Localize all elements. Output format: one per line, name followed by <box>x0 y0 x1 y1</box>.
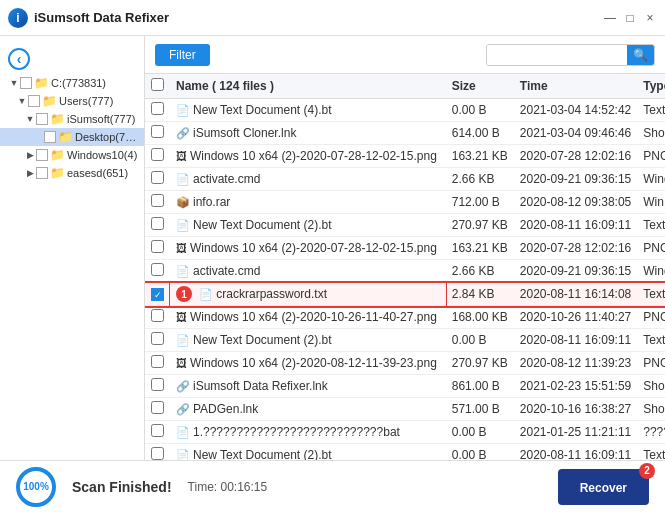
row-checkbox-11[interactable] <box>151 355 164 368</box>
row-check-cell-7[interactable] <box>145 260 170 283</box>
table-row[interactable]: 📄New Text Document (2).bt 0.00 B 2020-08… <box>145 444 665 461</box>
row-size-9: 168.00 KB <box>446 306 514 329</box>
sidebar-item-easesd[interactable]: ▶ 📁 easesd(651) <box>0 164 144 182</box>
table-row[interactable]: 📦info.rar 712.00 B 2020-08-12 09:38:05 W… <box>145 191 665 214</box>
table-row[interactable]: 📄activate.cmd 2.66 KB 2020-09-21 09:36:1… <box>145 260 665 283</box>
app-icon: i <box>8 8 28 28</box>
back-button[interactable]: ‹ <box>0 44 144 74</box>
row-checkbox-14[interactable] <box>151 424 164 437</box>
tree-label-c-drive: C:(773831) <box>51 77 106 89</box>
row-time-0: 2021-03-04 14:52:42 <box>514 99 637 122</box>
recover-button[interactable]: Recover 2 <box>558 469 649 505</box>
table-row[interactable]: 📄New Text Document (2).bt 270.97 KB 2020… <box>145 214 665 237</box>
title-bar: i iSumsoft Data Refixer — □ × <box>0 0 665 36</box>
row-name-15: 📄New Text Document (2).bt <box>170 444 446 461</box>
row-size-0: 0.00 B <box>446 99 514 122</box>
sidebar-item-c-drive[interactable]: ▼ 📁 C:(773831) <box>0 74 144 92</box>
file-icon-0: 📄 <box>176 104 190 116</box>
header-name[interactable]: Name ( 124 files ) <box>170 74 446 99</box>
row-check-cell-13[interactable] <box>145 398 170 421</box>
row-name-12: 🔗iSumsoft Data Refixer.lnk <box>170 375 446 398</box>
tree-toggle-desktop <box>32 131 44 143</box>
row-check-cell-5[interactable] <box>145 214 170 237</box>
row-checkbox-1[interactable] <box>151 125 164 138</box>
app-title: iSumsoft Data Refixer <box>34 10 603 25</box>
sidebar-item-isumsoft[interactable]: ▼ 📁 iSumsoft(777) <box>0 110 144 128</box>
row-check-cell-15[interactable] <box>145 444 170 461</box>
row-check-cell-2[interactable] <box>145 145 170 168</box>
row-check-cell-0[interactable] <box>145 99 170 122</box>
row-checkbox-2[interactable] <box>151 148 164 161</box>
row-check-cell-8[interactable]: ✓ <box>145 283 170 306</box>
row-check-cell-6[interactable] <box>145 237 170 260</box>
sidebar-item-windows10[interactable]: ▶ 📁 Windows10(4) <box>0 146 144 164</box>
table-row[interactable]: 📄New Text Document (4).bt 0.00 B 2021-03… <box>145 99 665 122</box>
row-check-cell-11[interactable] <box>145 352 170 375</box>
tree-toggle-users: ▼ <box>16 95 28 107</box>
row-checkbox-13[interactable] <box>151 401 164 414</box>
row-check-cell-12[interactable] <box>145 375 170 398</box>
back-icon[interactable]: ‹ <box>8 48 30 70</box>
header-size[interactable]: Size <box>446 74 514 99</box>
header-time[interactable]: Time <box>514 74 637 99</box>
header-type[interactable]: Type <box>637 74 665 99</box>
row-checkbox-6[interactable] <box>151 240 164 253</box>
search-input[interactable] <box>487 45 627 65</box>
row-check-cell-4[interactable] <box>145 191 170 214</box>
folder-icon-users: 📁 <box>42 94 57 108</box>
row-checked-icon-8[interactable]: ✓ <box>151 288 164 301</box>
file-icon-3: 📄 <box>176 173 190 185</box>
row-name-2: 🖼Windows 10 x64 (2)-2020-07-28-12-02-15.… <box>170 145 446 168</box>
tree-checkbox-isumsoft[interactable] <box>36 113 48 125</box>
sidebar-item-users[interactable]: ▼ 📁 Users(777) <box>0 92 144 110</box>
row-check-cell-1[interactable] <box>145 122 170 145</box>
select-all-checkbox[interactable] <box>151 78 164 91</box>
tree-checkbox-c-drive[interactable] <box>20 77 32 89</box>
close-button[interactable]: × <box>643 11 657 25</box>
table-row[interactable]: 🔗iSumsoft Cloner.lnk 614.00 B 2021-03-04… <box>145 122 665 145</box>
tree-checkbox-users[interactable] <box>28 95 40 107</box>
table-row[interactable]: 📄1.???????????????????????????bat 0.00 B… <box>145 421 665 444</box>
row-checkbox-9[interactable] <box>151 309 164 322</box>
row-type-12: Shortcut <box>637 375 665 398</box>
row-time-3: 2020-09-21 09:36:15 <box>514 168 637 191</box>
table-row[interactable]: 🔗PADGen.lnk 571.00 B 2020-10-16 16:38:27… <box>145 398 665 421</box>
filter-button[interactable]: Filter <box>155 44 210 66</box>
table-row[interactable]: 🔗iSumsoft Data Refixer.lnk 861.00 B 2021… <box>145 375 665 398</box>
table-row[interactable]: 🖼Windows 10 x64 (2)-2020-07-28-12-02-15.… <box>145 237 665 260</box>
tree-checkbox-easesd[interactable] <box>36 167 48 179</box>
row-checkbox-3[interactable] <box>151 171 164 184</box>
table-row[interactable]: 🖼Windows 10 x64 (2)-2020-07-28-12-02-15.… <box>145 145 665 168</box>
table-row[interactable]: ✓ 1 📄crackrarpassword.txt 2.84 KB 2020-0… <box>145 283 665 306</box>
row-time-6: 2020-07-28 12:02:16 <box>514 237 637 260</box>
tree-checkbox-desktop[interactable] <box>44 131 56 143</box>
row-checkbox-0[interactable] <box>151 102 164 115</box>
table-row[interactable]: 📄activate.cmd 2.66 KB 2020-09-21 09:36:1… <box>145 168 665 191</box>
row-name-0: 📄New Text Document (4).bt <box>170 99 446 122</box>
row-check-cell-9[interactable] <box>145 306 170 329</box>
row-name-5: 📄New Text Document (2).bt <box>170 214 446 237</box>
row-time-8: 2020-08-11 16:14:08 <box>514 283 637 306</box>
row-time-14: 2021-01-25 11:21:11 <box>514 421 637 444</box>
table-row[interactable]: 📄New Text Document (2).bt 0.00 B 2020-08… <box>145 329 665 352</box>
row-checkbox-7[interactable] <box>151 263 164 276</box>
tree-checkbox-windows10[interactable] <box>36 149 48 161</box>
maximize-button[interactable]: □ <box>623 11 637 25</box>
row-size-6: 163.21 KB <box>446 237 514 260</box>
sidebar-item-desktop[interactable]: 📁 Desktop(777) <box>0 128 144 146</box>
row-checkbox-15[interactable] <box>151 447 164 460</box>
row-checkbox-12[interactable] <box>151 378 164 391</box>
row-checkbox-5[interactable] <box>151 217 164 230</box>
search-button[interactable]: 🔍 <box>627 45 654 65</box>
table-row[interactable]: 🖼Windows 10 x64 (2)-2020-08-12-11-39-23.… <box>145 352 665 375</box>
row-checkbox-4[interactable] <box>151 194 164 207</box>
row-check-cell-10[interactable] <box>145 329 170 352</box>
recover-badge: 2 <box>639 463 655 479</box>
row-checkbox-10[interactable] <box>151 332 164 345</box>
header-checkbox-cell[interactable] <box>145 74 170 99</box>
row-check-cell-14[interactable] <box>145 421 170 444</box>
minimize-button[interactable]: — <box>603 11 617 25</box>
table-row[interactable]: 🖼Windows 10 x64 (2)-2020-10-26-11-40-27.… <box>145 306 665 329</box>
row-check-cell-3[interactable] <box>145 168 170 191</box>
row-type-9: PNG File <box>637 306 665 329</box>
